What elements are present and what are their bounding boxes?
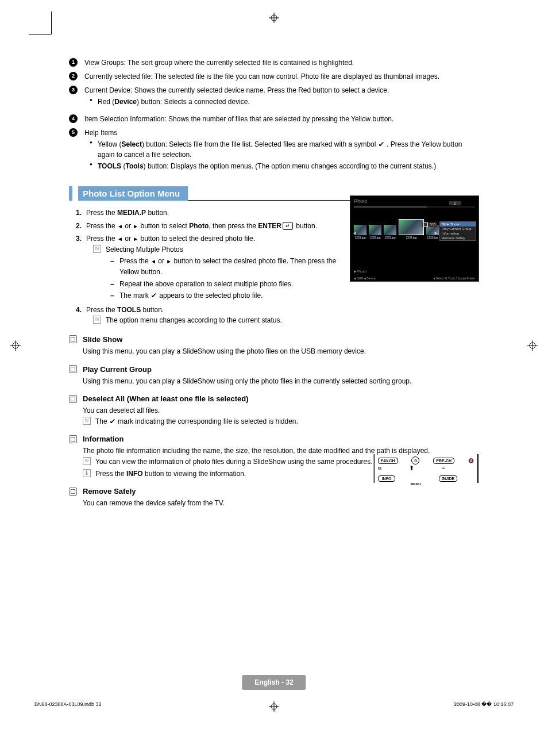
q-body-deselect: You can deselect all files. — [83, 405, 479, 416]
def-num-4: 4 — [69, 114, 78, 123]
step-2: Press the ◄ or ► button to select Photo,… — [86, 221, 317, 232]
tv-menu-item: Slide Show — [440, 222, 476, 227]
deselect-note: The ✓ mark indicating the corresponding … — [95, 416, 298, 427]
title-accent-bar — [69, 186, 72, 201]
remote-list-icon: ≡ — [442, 466, 445, 471]
step-num-2: 2. — [76, 221, 86, 232]
tv-tools-menu: Slide Show Play Current Group Informatio… — [439, 221, 476, 241]
info-note2: Press the INFO button to viewing the inf… — [95, 469, 246, 479]
left-arrow-icon: ◄ — [150, 257, 156, 266]
tv-screenshot: Photo 5/15 ◄ 1231.jpg 1232.jpg 1233.jpg … — [350, 195, 479, 282]
left-arrow-icon: ◄ — [117, 235, 123, 244]
q-icon — [69, 435, 77, 443]
q-icon — [69, 335, 77, 343]
remote-guide-button: GUIDE — [439, 475, 457, 482]
q-deselect: Deselect All (When at least one file is … — [69, 394, 479, 427]
info-square-icon: ℹ — [83, 469, 91, 477]
q-icon — [69, 488, 77, 496]
step-3: Press the ◄ or ► button to select the de… — [86, 233, 255, 244]
tv-bottom-bar: ◀ SUM ■ Device ■ Select ⌘ Tools ⤴ Upper … — [350, 277, 478, 280]
enter-icon: ↵ — [283, 222, 293, 230]
right-arrow-icon: ► — [133, 222, 138, 231]
step-4: Press the TOOLS button. — [86, 305, 164, 316]
step-1: Press the MEDIA.P button. — [86, 208, 169, 218]
step-num-4: 4. — [76, 305, 86, 316]
q-body-group: Using this menu, you can play a SlideSho… — [69, 376, 479, 387]
remote-cursor-up-icon: ⬆ — [409, 465, 414, 472]
remote-zero-button: 0 — [411, 456, 419, 465]
q-slide-show: Slide Show Using this menu, you can play… — [69, 335, 479, 357]
step3-dash1: Press the ◄ or ► button to select the de… — [110, 256, 357, 277]
step3-dash3: The mark ✓ appears to the selected photo… — [110, 290, 357, 301]
left-arrow-icon: ◄ — [117, 222, 123, 231]
definitions-list: 1View Groups: The sort group where the c… — [69, 57, 479, 175]
note-icon: N — [93, 245, 101, 253]
step4-note: The option menu changes according to the… — [106, 315, 282, 326]
page-footer: English - 32 — [242, 675, 306, 690]
remote-prech-button: PRE-CH — [433, 458, 454, 464]
registration-mark-left — [10, 340, 21, 351]
print-meta: BN68-02388A-03L09.indb 32 2009-10-08 �� … — [34, 701, 514, 707]
def-num-1: 1 — [69, 58, 78, 67]
def-5-sub2: TOOLS (Tools) button: Displays the optio… — [90, 161, 479, 171]
tv-right-arrow-icon: ► — [434, 231, 438, 236]
def-text-1: View Groups: The sort group where the cu… — [84, 57, 354, 68]
q-title-remove: Remove Safely — [83, 487, 136, 496]
tv-menu-item: Information — [440, 231, 476, 236]
registration-mark-right — [527, 340, 538, 351]
q-body-slide: Using this menu, you can play a SlideSho… — [69, 346, 479, 357]
check-icon: ✓ — [150, 290, 157, 301]
tv-path: ▶Photo/ — [354, 269, 366, 273]
remote-info-button: INFO — [378, 475, 395, 482]
step3-note: Selecting Multiple Photos — [106, 244, 183, 255]
tv-left-arrow-icon: ◄ — [352, 231, 357, 236]
remote-mute-icon: 🔇 — [468, 458, 474, 463]
print-meta-right: 2009-10-08 �� 10:16:07 — [454, 701, 514, 707]
tv-menu-item: Play Current Group — [440, 227, 476, 231]
check-icon: ✓ — [378, 139, 385, 149]
check-icon: ✓ — [109, 416, 116, 427]
def-text-5: Help Items — [84, 128, 117, 138]
info-note1: You can view the information of photo fi… — [95, 456, 373, 467]
remote-menu-cluster: MENU — [411, 472, 423, 485]
remote-favch-button: FAV.CH — [378, 458, 398, 464]
q-icon — [69, 395, 77, 403]
def-num-2: 2 — [69, 72, 78, 80]
def-5-sub1: Yellow (Select) button: Selects file fro… — [90, 139, 479, 160]
def-num-5: 5 — [69, 128, 78, 137]
right-arrow-icon: ► — [133, 235, 138, 244]
def-num-3: 3 — [69, 86, 78, 94]
registration-mark-top — [269, 13, 279, 23]
note-icon: N — [83, 457, 91, 465]
q-icon — [69, 365, 77, 373]
q-title-group: Play Current Group — [83, 365, 152, 374]
def-text-2: Currently selected file: The selected fi… — [84, 71, 439, 82]
q-remove-safely: Remove Safely You can remove the device … — [69, 487, 479, 509]
crop-mark-tl — [29, 11, 52, 34]
q-play-group: Play Current Group Using this menu, you … — [69, 365, 479, 387]
tv-progress-bar — [354, 206, 475, 208]
print-meta-left: BN68-02388A-03L09.indb 32 — [34, 701, 102, 707]
def-3-sub: Red (Device) button: Selects a connected… — [90, 97, 250, 107]
remote-clip: FAV.CH 0 PRE-CH 🔇 ⧉ ⬆ ≡ INFO MENU GUIDE — [373, 454, 479, 483]
def-text-3: Current Device: Shows the currently sele… — [84, 85, 389, 95]
right-arrow-icon: ► — [166, 257, 172, 266]
remote-source-icon: ⧉ — [378, 466, 381, 471]
tv-counter: 5/15 — [422, 222, 437, 227]
step-num-3: 3. — [76, 233, 86, 244]
step3-dash2: Repeat the above operation to select mul… — [110, 279, 357, 290]
q-body-remove: You can remove the device safely from th… — [69, 498, 479, 509]
q-title-info: Information — [83, 435, 124, 443]
q-title-deselect: Deselect All (When at least one file is … — [83, 394, 249, 403]
tv-bottom-left: ◀ SUM ■ Device — [354, 277, 376, 280]
note-icon: N — [93, 316, 101, 324]
step-num-1: 1. — [76, 208, 86, 218]
section-title: Photo List Option Menu — [78, 186, 188, 201]
note-icon: N — [83, 417, 91, 425]
tv-bottom-right: ■ Select ⌘ Tools ⤴ Upper Folder — [433, 277, 475, 280]
q-title-slide: Slide Show — [83, 335, 122, 344]
tv-menu-item: Remove Safely — [440, 236, 476, 240]
def-text-4: Item Selection Information: Shows the nu… — [84, 114, 393, 124]
